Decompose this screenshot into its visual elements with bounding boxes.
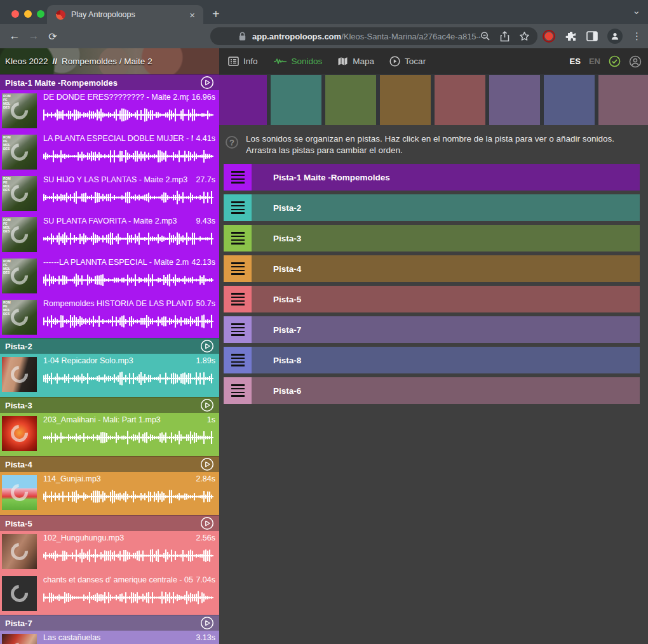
- tab-close-icon[interactable]: ×: [187, 10, 197, 20]
- drag-handle[interactable]: [224, 225, 252, 252]
- record-extension-icon[interactable]: [542, 29, 556, 43]
- track-row[interactable]: Pista-5: [224, 286, 640, 312]
- loop-ring-icon: [7, 140, 31, 164]
- track-row[interactable]: Pista-6: [224, 377, 640, 404]
- track-play-icon[interactable]: [200, 457, 214, 471]
- track-play-icon[interactable]: [200, 516, 214, 530]
- track-color-swatch[interactable]: [489, 75, 540, 125]
- nav-mapa[interactable]: Mapa: [337, 57, 374, 66]
- track-color-swatch[interactable]: [325, 75, 376, 125]
- tab-search-chevron-icon[interactable]: ⌄: [632, 5, 640, 17]
- clip-duration: 2.84s: [196, 474, 215, 483]
- track-header-button[interactable]: Pista-5: [0, 515, 219, 531]
- reload-button[interactable]: ⟳: [43, 30, 62, 43]
- track-header-button[interactable]: Pista-1 Maite -Rompemoldes: [0, 74, 219, 90]
- lang-es-button[interactable]: ES: [570, 57, 581, 66]
- track-color-swatch[interactable]: [544, 75, 595, 125]
- track-color-swatch[interactable]: [435, 75, 485, 125]
- track-row-label: Pista-3: [273, 234, 301, 243]
- address-bar[interactable]: app.antropoloops.com/Kleos-Santa-Marina/…: [210, 27, 537, 45]
- clip-item[interactable]: Las castañuelas3.13s: [0, 631, 219, 644]
- thumbnail-label: ROMPEMOLDES: [3, 94, 11, 109]
- clip-item[interactable]: 1-04 Repicador Solo.mp31.89s: [0, 354, 219, 397]
- track-play-icon[interactable]: [200, 76, 214, 90]
- waveform: [43, 191, 213, 205]
- drag-handle[interactable]: [224, 377, 252, 404]
- track-row[interactable]: Pista-2: [224, 194, 640, 221]
- track-header-button[interactable]: Pista-7: [0, 615, 219, 631]
- zoom-icon[interactable]: [480, 31, 490, 41]
- drag-handle-bar-icon: [231, 212, 245, 214]
- clip-duration: 16.96s: [191, 93, 215, 102]
- track-header-button[interactable]: Pista-4: [0, 456, 219, 472]
- clip-item[interactable]: ROMPEMOLDESSU PLANTA FAVORITA - Maite 2.…: [0, 214, 219, 255]
- nav-sonidos[interactable]: Sonidos: [273, 57, 323, 66]
- clip-item[interactable]: 114_Gunjai.mp32.84s: [0, 472, 219, 515]
- extensions-puzzle-icon[interactable]: [565, 30, 577, 42]
- browser-tab[interactable]: Play Antropoloops ×: [47, 5, 203, 24]
- track-header-button[interactable]: Pista-3: [0, 397, 219, 413]
- clip-item[interactable]: ROMPEMOLDESLA PLANTA ESPECIAL DOBLE MUJE…: [0, 131, 219, 173]
- clip-info-row: 114_Gunjai.mp32.84s: [43, 474, 215, 485]
- nav-tocar[interactable]: Tocar: [389, 56, 426, 67]
- help-question-icon: ?: [226, 136, 238, 149]
- nav-info[interactable]: Info: [228, 57, 258, 66]
- breadcrumb[interactable]: Kleos 2022 // Rompemoldes / Maite 2: [0, 48, 219, 74]
- drag-handle[interactable]: [224, 347, 252, 373]
- track-row[interactable]: Pista-7: [224, 316, 640, 343]
- drag-handle[interactable]: [224, 194, 252, 221]
- clip-item[interactable]: ROMPEMOLDESRompemoldes HISTORIA DE LAS P…: [0, 297, 219, 338]
- lock-icon: [238, 32, 246, 41]
- track-color-swatch[interactable]: [380, 75, 431, 125]
- clip-duration: 3.13s: [196, 633, 215, 642]
- clip-item[interactable]: chants et danses d' amerique centrale - …: [0, 573, 219, 615]
- track-header-button[interactable]: Pista-2: [0, 338, 219, 354]
- saved-check-icon[interactable]: [609, 55, 621, 67]
- lang-en-button[interactable]: EN: [589, 57, 600, 66]
- track-name: Pista-5: [5, 519, 200, 528]
- clip-title: SU HIJO Y LAS PLANTAS - Maite 2.mp3: [43, 175, 193, 184]
- track-color-swatch[interactable]: [598, 75, 648, 125]
- url-host: app.antropoloops.com: [252, 32, 341, 41]
- new-tab-button[interactable]: +: [212, 6, 220, 22]
- drag-handle[interactable]: [224, 164, 252, 191]
- drag-handle-bar-icon: [231, 334, 245, 336]
- track-play-icon[interactable]: [200, 339, 214, 353]
- drag-handle-bar-icon: [231, 171, 245, 173]
- close-window-button[interactable]: [11, 10, 19, 18]
- track-color-swatch[interactable]: [271, 75, 321, 125]
- track-play-icon[interactable]: [200, 398, 214, 412]
- clip-item[interactable]: ROMPEMOLDESSU HIJO Y LAS PLANTAS - Maite…: [0, 173, 219, 214]
- breadcrumb-path[interactable]: Rompemoldes / Maite 2: [62, 57, 152, 66]
- track-color-swatch[interactable]: [219, 75, 267, 125]
- track-section: Pista-5102_Hunguhungu.mp32.56schants et …: [0, 515, 219, 615]
- clip-title: Las castañuelas: [43, 633, 193, 642]
- share-icon[interactable]: [500, 31, 510, 42]
- account-icon[interactable]: [629, 55, 642, 68]
- browser-profile-avatar[interactable]: [607, 29, 623, 44]
- drag-handle[interactable]: [224, 286, 252, 312]
- clip-item[interactable]: ROMPEMOLDES------LA PLANNTA ESPECIAL - M…: [0, 255, 219, 297]
- breadcrumb-project[interactable]: Kleos 2022: [5, 57, 48, 66]
- clip-item[interactable]: 102_Hunguhungu.mp32.56s: [0, 531, 219, 573]
- track-row[interactable]: Pista-8: [224, 347, 640, 373]
- track-row[interactable]: Pista-4: [224, 255, 640, 282]
- clip-thumbnail: [2, 475, 37, 510]
- track-row[interactable]: Pista-1 Maite -Rompemoldes: [224, 164, 640, 191]
- drag-handle[interactable]: [224, 316, 252, 343]
- browser-menu-icon[interactable]: ⋮: [632, 30, 642, 42]
- zoom-window-button[interactable]: [37, 10, 44, 18]
- track-play-icon[interactable]: [200, 616, 214, 630]
- drag-handle-bar-icon: [231, 266, 245, 268]
- loop-ring-icon: [7, 581, 31, 605]
- clip-item[interactable]: 203_Amalihani - Mali: Part 1.mp31s: [0, 413, 219, 456]
- clip-item[interactable]: ROMPEMOLDESDE DONDE ERES???????? - Maite…: [0, 90, 219, 131]
- minimize-window-button[interactable]: [24, 10, 32, 18]
- drag-handle[interactable]: [224, 255, 252, 282]
- app-nav: Info Sonidos Mapa Tocar: [228, 56, 426, 67]
- side-panel-icon[interactable]: [586, 31, 598, 41]
- back-button[interactable]: ←: [5, 30, 24, 43]
- track-row[interactable]: Pista-3: [224, 225, 640, 252]
- bookmark-star-icon[interactable]: [519, 31, 530, 41]
- forward-button[interactable]: →: [24, 30, 43, 43]
